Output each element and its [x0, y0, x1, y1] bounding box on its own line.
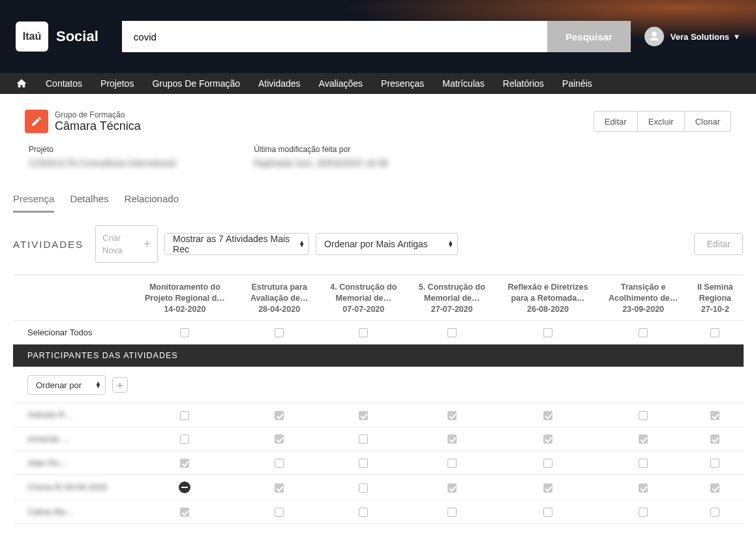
logo-text: Itaú	[23, 31, 41, 42]
clone-button[interactable]: Clonar	[685, 111, 731, 132]
attendance-checkbox-empty[interactable]	[639, 508, 648, 517]
attendance-checkbox-empty[interactable]	[447, 459, 457, 468]
attendance-checkbox-checked[interactable]	[710, 411, 719, 420]
create-activity-button[interactable]: Criar Nova +	[95, 225, 158, 263]
tab-relacionado[interactable]: Relacionado	[125, 193, 179, 213]
attendance-checkbox-empty[interactable]	[275, 508, 284, 517]
create-label: Criar	[102, 232, 122, 245]
attendance-checkbox-empty[interactable]	[180, 411, 189, 420]
attendance-checkbox-checked[interactable]	[275, 483, 284, 493]
col-header-2[interactable]: 4. Construção do Memorial de…07-07-2020	[320, 275, 408, 321]
select-all-row: Selecionar Todos	[13, 320, 744, 344]
top-banner: Itaú Social Pesquisar Vera Solutions ▼	[0, 0, 756, 73]
nav-matriculas[interactable]: Matrículas	[442, 78, 485, 89]
attendance-checkbox-empty[interactable]	[710, 508, 719, 517]
col-header-6[interactable]: II Seminá Regiona27-10-2	[687, 275, 744, 321]
attendance-checkbox-empty[interactable]	[359, 435, 368, 444]
search-button[interactable]: Pesquisar	[547, 21, 631, 52]
project-label: Projeto	[29, 145, 175, 154]
attendance-checkbox-checked[interactable]	[275, 435, 284, 444]
section-header: PARTICIPANTES DAS ATIVIDADES	[13, 344, 744, 367]
record-name: Câmara Técnica	[55, 119, 141, 133]
project-value: CONSULTA Consultoria Intersetorial	[29, 158, 175, 168]
attendance-checkbox-checked[interactable]	[639, 483, 648, 493]
edit-button[interactable]: Editar	[594, 111, 638, 132]
participants-toolbar-row: Ordenar por ▲▼ +	[13, 367, 744, 403]
attendance-checkbox-empty[interactable]	[710, 459, 719, 468]
attendance-checkbox-checked[interactable]	[639, 435, 648, 444]
select-all-checkbox[interactable]	[543, 328, 552, 337]
col-header-0[interactable]: Monitoramento do Projeto Regional d…14-0…	[130, 275, 239, 321]
nav-projetos[interactable]: Projetos	[100, 78, 134, 89]
attendance-checkbox-checked[interactable]	[710, 435, 719, 444]
attendance-checkbox-empty[interactable]	[447, 508, 457, 517]
nav-atividades[interactable]: Atividades	[258, 78, 301, 89]
nav-grupos[interactable]: Grupos De Formação	[152, 78, 240, 89]
attendance-checkbox-checked[interactable]	[543, 411, 552, 420]
sort-activities-select[interactable]: Ordenar por Mais Antigas ▲▼	[316, 233, 458, 255]
nav-avaliacoes[interactable]: Avaliações	[319, 78, 363, 89]
attendance-checkbox-empty[interactable]	[543, 508, 552, 517]
attendance-checkbox-empty[interactable]	[359, 508, 368, 517]
attendance-checkbox-checked[interactable]	[543, 435, 552, 444]
attendance-checkbox-checked[interactable]	[275, 411, 284, 420]
delete-button[interactable]: Excluir	[638, 111, 685, 132]
attendance-checkbox-empty[interactable]	[275, 459, 284, 468]
select-all-checkbox[interactable]	[447, 328, 457, 337]
select-all-checkbox[interactable]	[275, 328, 284, 337]
attendance-checkbox-checked[interactable]	[447, 411, 457, 420]
participant-name[interactable]: Adinete R…	[27, 410, 73, 420]
sort-participants-value: Ordenar por	[36, 380, 82, 390]
attendance-checkbox-checked[interactable]	[180, 508, 189, 517]
nav-presencas[interactable]: Presenças	[381, 78, 424, 89]
nav-relatorios[interactable]: Relatórios	[503, 78, 544, 89]
tab-detalhes[interactable]: Detalhes	[70, 193, 108, 213]
detail-row: Projeto CONSULTA Consultoria Intersetori…	[0, 133, 756, 172]
sort-participants-select[interactable]: Ordenar por ▲▼	[27, 375, 106, 395]
record-header: Grupo de Formação Câmara Técnica Editar …	[0, 94, 756, 133]
attendance-checkbox-checked[interactable]	[447, 435, 457, 444]
attendance-checkbox-empty[interactable]	[359, 483, 368, 493]
col-header-5[interactable]: Transição e Acolhimento de…23-09-2020	[600, 275, 687, 321]
attendance-checkbox-checked[interactable]	[359, 411, 368, 420]
nav-paineis[interactable]: Painéis	[562, 78, 592, 89]
tab-bar: Presença Detalhes Relacionado	[0, 172, 756, 213]
attendance-checkbox-checked[interactable]	[447, 483, 457, 493]
participant-name[interactable]: Allan Ro…	[27, 458, 68, 468]
participant-name[interactable]: Celina Mo…	[27, 507, 74, 517]
tab-presenca[interactable]: Presença	[13, 193, 54, 213]
add-participant-button[interactable]: +	[112, 377, 128, 393]
attendance-checkbox-checked[interactable]	[543, 483, 552, 493]
select-all-checkbox[interactable]	[180, 328, 189, 337]
activities-toolbar: ATIVIDADES Criar Nova + Mostrar as 7 Ati…	[0, 213, 756, 275]
participant-name[interactable]: Crisna M 28-04-2020	[27, 482, 107, 492]
pencil-icon	[25, 110, 48, 133]
attendance-grid-wrap: Monitoramento do Projeto Regional d…14-0…	[0, 275, 756, 537]
participant-name[interactable]: Amanda …	[27, 434, 70, 444]
show-activities-select[interactable]: Mostrar as 7 Atividades Mais Rec ▲▼	[164, 233, 309, 255]
search-input[interactable]	[122, 21, 547, 52]
nav-contatos[interactable]: Contatos	[46, 78, 82, 89]
col-header-4[interactable]: Reflexão e Diretrizes para a Retomada…26…	[496, 275, 599, 321]
select-all-checkbox[interactable]	[359, 328, 368, 337]
select-all-checkbox[interactable]	[710, 328, 719, 337]
attendance-checkbox-empty[interactable]	[180, 435, 189, 444]
attendance-grid: Monitoramento do Projeto Regional d…14-0…	[13, 275, 744, 524]
minus-icon[interactable]	[179, 481, 190, 493]
col-header-3[interactable]: 5. Construção do Memorial de…27-07-2020	[408, 275, 496, 321]
attendance-checkbox-empty[interactable]	[359, 459, 368, 468]
attendance-checkbox-checked[interactable]	[180, 459, 189, 468]
attendance-checkbox-checked[interactable]	[710, 483, 719, 493]
attendance-checkbox-empty[interactable]	[639, 459, 648, 468]
attendance-checkbox-empty[interactable]	[639, 411, 648, 420]
col-header-1[interactable]: Estrutura para Avaliação de…28-04-2020	[239, 275, 320, 321]
stepper-icon: ▲▼	[299, 241, 305, 247]
editar-button[interactable]: Editar	[694, 233, 743, 255]
select-all-checkbox[interactable]	[639, 328, 648, 337]
attendance-checkbox-empty[interactable]	[543, 459, 552, 468]
sort-activities-value: Ordenar por Mais Antigas	[324, 239, 428, 249]
user-menu[interactable]: Vera Solutions ▼	[644, 27, 740, 46]
plus-icon: +	[143, 234, 151, 254]
avatar-icon	[644, 27, 664, 46]
home-icon[interactable]	[16, 78, 27, 89]
